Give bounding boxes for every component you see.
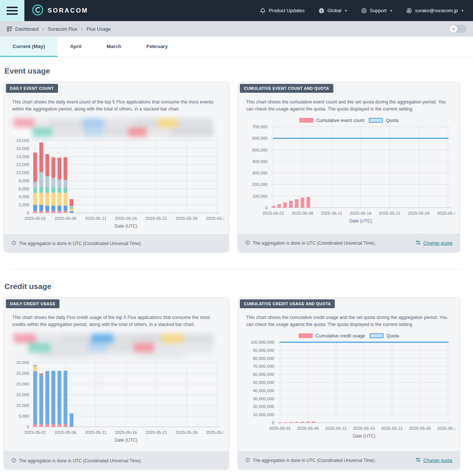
svg-text:2025-05-16: 2025-05-16: [115, 216, 137, 221]
svg-text:0: 0: [27, 211, 29, 215]
change-quota-link[interactable]: Change quota: [415, 240, 452, 246]
brand: SORACOM: [32, 4, 88, 17]
change-quota-link[interactable]: Change quota: [415, 457, 452, 464]
bell-icon: [260, 8, 266, 14]
svg-text:200,000: 200,000: [252, 182, 268, 187]
month-tabs: Current (May) April March February: [0, 37, 473, 57]
tab-march[interactable]: March: [94, 37, 134, 57]
card-title-badge: DAILY CREDIT USAGE: [6, 299, 59, 308]
svg-text:80,000,000: 80,000,000: [253, 356, 274, 360]
top-nav: Product Updates Global ▾ @ Support ▾: [260, 8, 463, 14]
svg-text:2025-05-31: 2025-05-31: [206, 216, 224, 221]
breadcrumb-dashboard[interactable]: Dashboard: [15, 26, 39, 32]
product-updates-button[interactable]: Product Updates: [260, 8, 304, 14]
svg-text:2025-05-21: 2025-05-21: [146, 216, 167, 221]
info-icon: [11, 241, 16, 246]
chevron-down-icon: ▾: [462, 8, 463, 13]
user-icon: [406, 8, 412, 14]
card-footer: The aggregation is done in UTC (Coordina…: [4, 234, 229, 252]
credit-usage-title: Credit usage: [4, 282, 473, 291]
svg-text:2025-05-11: 2025-05-11: [85, 216, 106, 221]
svg-text:2025-05-06: 2025-05-06: [55, 216, 76, 221]
svg-text:2025-05-16: 2025-05-16: [115, 430, 137, 435]
card-description: This chart shows the cumulative event co…: [246, 99, 452, 113]
brand-name: SORACOM: [48, 7, 88, 14]
svg-text:2025-05-26: 2025-05-26: [176, 430, 197, 435]
card-description: This chart shows the daily event count o…: [12, 99, 221, 113]
tab-february[interactable]: February: [134, 37, 180, 57]
svg-text:500,000: 500,000: [252, 147, 268, 152]
chevron-down-icon: ▾: [390, 8, 392, 13]
svg-text:Date (UTC): Date (UTC): [349, 218, 372, 224]
utc-note: The aggregation is done in UTC (Coordina…: [245, 240, 376, 246]
svg-text:2025-05-26: 2025-05-26: [409, 426, 431, 431]
svg-text:2025-05-26: 2025-05-26: [408, 211, 430, 215]
svg-text:2025-05-21: 2025-05-21: [146, 430, 167, 435]
svg-text:15,000: 15,000: [16, 392, 29, 397]
dashboard-grid-icon: [7, 26, 12, 32]
svg-text:2025-05-06: 2025-05-06: [55, 430, 76, 435]
svg-text:2025-05-11: 2025-05-11: [325, 426, 347, 431]
account-menu[interactable]: sorako@soracom.jp ▾: [406, 8, 463, 14]
daily-event-chart: 02,0004,0006,0008,00010,00012,00014,0001…: [4, 138, 229, 232]
breadcrumb-soracom-flux[interactable]: Soracom Flux: [48, 26, 77, 32]
svg-text:30,000: 30,000: [16, 360, 29, 365]
info-icon: [245, 458, 250, 463]
card-footer: The aggregation is done in UTC (Coordina…: [4, 452, 229, 469]
daily-credit-usage-card: DAILY CREDIT USAGE This chart shows the …: [4, 297, 229, 470]
breadcrumb-flux-usage[interactable]: Flux Usage: [86, 26, 111, 32]
sliders-icon: [415, 457, 421, 464]
svg-text:2025-05-21: 2025-05-21: [381, 426, 403, 431]
tab-april[interactable]: April: [58, 37, 94, 57]
svg-text:2025-05-01: 2025-05-01: [269, 426, 291, 431]
card-description: This chart shows the cumulative credit u…: [246, 314, 452, 328]
cumulative-credit-usage-card: CUMULATIVE CREDIT USAGE AND QUOTA This c…: [238, 297, 460, 470]
hamburger-menu-button[interactable]: [0, 0, 24, 21]
svg-text:50,000,000: 50,000,000: [253, 380, 274, 385]
globe-icon: [319, 8, 324, 14]
svg-text:12,000: 12,000: [16, 162, 29, 167]
redacted-legend: [14, 118, 229, 137]
svg-text:2025-05-06: 2025-05-06: [297, 426, 319, 431]
svg-text:100,000: 100,000: [252, 194, 268, 198]
svg-text:2025-05-16: 2025-05-16: [353, 426, 375, 431]
top-bar: SORACOM Product Updates Global ▾: [0, 0, 473, 21]
svg-text:10,000: 10,000: [16, 170, 29, 175]
svg-text:70,000,000: 70,000,000: [253, 364, 274, 368]
svg-text:30,000,000: 30,000,000: [253, 396, 274, 401]
daily-credit-chart: 05,00010,00015,00020,00025,00030,0002025…: [4, 360, 229, 446]
svg-text:5,000: 5,000: [18, 414, 29, 418]
global-menu[interactable]: Global ▾: [319, 8, 347, 14]
utc-note: The aggregation is done in UTC (Coordina…: [11, 458, 142, 464]
svg-text:6,000: 6,000: [18, 186, 29, 191]
svg-text:10,000: 10,000: [16, 403, 29, 408]
card-footer: The aggregation is done in UTC (Coordina…: [238, 234, 460, 252]
svg-text:600,000: 600,000: [252, 136, 268, 140]
chart-legend: Cumulative event countQuota: [238, 118, 460, 123]
theme-toggle[interactable]: [449, 25, 466, 33]
support-menu[interactable]: @ Support ▾: [361, 8, 392, 14]
svg-text:@: @: [362, 9, 365, 13]
card-title-badge: DAILY EVENT COUNT: [6, 84, 58, 93]
svg-text:18,000: 18,000: [16, 138, 29, 143]
info-icon: [245, 240, 250, 246]
card-description: This chart shows the daily Flux credit u…: [12, 314, 221, 328]
info-icon: [11, 458, 16, 464]
tab-current-may[interactable]: Current (May): [0, 37, 58, 57]
svg-text:8,000: 8,000: [18, 178, 29, 183]
svg-text:90,000,000: 90,000,000: [253, 348, 274, 352]
svg-text:0: 0: [27, 425, 29, 429]
svg-text:2025-05-06: 2025-05-06: [292, 211, 313, 215]
utc-note: The aggregation is done in UTC (Coordina…: [245, 458, 376, 463]
event-usage-title: Event usage: [4, 67, 473, 75]
chevron-right-icon: ›: [42, 26, 44, 32]
card-title-badge: CUMULATIVE EVENT COUNT AND QUOTA: [240, 84, 333, 93]
svg-text:100,000,000: 100,000,000: [251, 340, 274, 344]
svg-text:2025-05-01: 2025-05-01: [24, 216, 46, 221]
support-icon: @: [361, 8, 367, 14]
daily-event-count-card: DAILY EVENT COUNT This chart shows the d…: [4, 82, 229, 252]
svg-text:700,000: 700,000: [252, 125, 268, 129]
svg-text:60,000,000: 60,000,000: [253, 372, 274, 377]
credit-cards-row: DAILY CREDIT USAGE This chart shows the …: [4, 297, 460, 470]
svg-text:Date (UTC): Date (UTC): [353, 434, 375, 439]
